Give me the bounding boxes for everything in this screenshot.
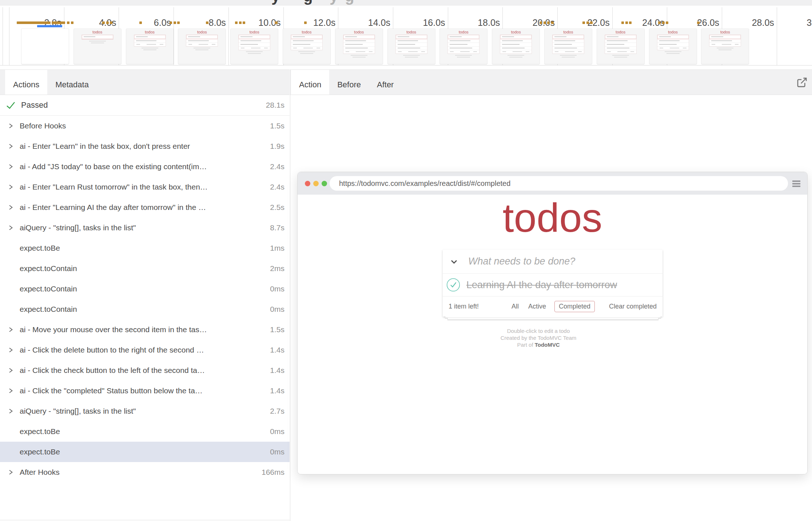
chevron-right-icon[interactable] [4, 184, 17, 190]
info-line: Part of TodoMVC [298, 341, 779, 348]
action-row[interactable]: After Hooks166ms [0, 462, 290, 482]
timeline-tick-label: 18.0s [478, 17, 500, 28]
chevron-right-icon[interactable] [4, 143, 17, 149]
action-row[interactable]: ai - Click the check button to the left … [0, 360, 290, 381]
filter-active[interactable]: Active [527, 301, 547, 312]
filmstrip-frame[interactable] [21, 29, 69, 64]
action-row[interactable]: ai - Enter "Learn" in the task box, don'… [0, 136, 290, 156]
address-bar[interactable]: https://todomvc.com/examples/react/dist/… [330, 176, 788, 191]
filmstrip-frame[interactable]: todos [597, 29, 644, 64]
toggle-all-chevron-icon[interactable] [449, 257, 459, 266]
action-row[interactable]: aiQuery - "string[], tasks in the list"2… [0, 401, 290, 421]
action-row[interactable]: ai - Add "JS today" to base on the exist… [0, 156, 290, 177]
thumb-todo-row [448, 47, 479, 50]
filmstrip-frame[interactable]: todos [649, 29, 697, 64]
chevron-right-icon[interactable] [4, 367, 17, 373]
action-row[interactable]: ai - Enter "Learn Rust tomorrow" in the … [0, 177, 290, 197]
chevron-right-icon[interactable] [4, 327, 17, 333]
action-row[interactable]: expect.toBe1ms [0, 238, 290, 258]
todo-item-row: Learning AI the day after tomorrow [443, 274, 662, 297]
action-time-marker [170, 21, 172, 24]
filmstrip-frame[interactable]: todos [178, 29, 226, 64]
zoom-window-icon[interactable] [322, 181, 327, 186]
close-window-icon[interactable] [305, 181, 310, 186]
open-external-icon[interactable] [796, 77, 808, 90]
menu-icon[interactable] [792, 180, 800, 188]
action-row[interactable]: expect.toContain0ms [0, 279, 290, 299]
thumb-info-lines [231, 51, 278, 54]
tab-action[interactable]: Action [291, 70, 329, 95]
action-label: expect.toBe [20, 448, 270, 456]
thumb-todo-row [500, 39, 532, 43]
chevron-right-icon[interactable] [4, 347, 17, 353]
thumb-todos-title: todos [74, 30, 121, 34]
action-row[interactable]: aiQuery - "string[], tasks in the list"8… [0, 218, 290, 238]
clipped-page-title: ygyg [0, 0, 812, 5]
tab-actions[interactable]: Actions [5, 70, 47, 95]
tab-metadata[interactable]: Metadata [47, 70, 97, 95]
action-time-marker [697, 21, 700, 24]
chevron-right-icon[interactable] [4, 388, 17, 394]
timeline-strip[interactable]: 2.0s4.0s6.0s8.0s10.0s12.0s14.0s16.0s18.0… [0, 5, 812, 65]
new-todo-input[interactable]: What needs to be done? [468, 256, 575, 267]
action-time-marker [67, 21, 69, 24]
filmstrip-frame[interactable]: todos [492, 29, 540, 64]
action-row[interactable]: expect.toBe0ms [0, 442, 290, 462]
action-row[interactable]: expect.toContain0ms [0, 299, 290, 319]
chevron-right-icon[interactable] [4, 225, 17, 231]
filmstrip-frame[interactable]: todos [283, 29, 330, 64]
filmstrip-frame[interactable]: todos [126, 29, 174, 64]
filter-completed[interactable]: Completed [554, 301, 595, 312]
thumb-todo-row [448, 43, 479, 47]
chevron-right-icon[interactable] [4, 204, 17, 210]
action-label: ai - Click the check button to the left … [20, 366, 270, 375]
selected-action-marker [37, 25, 62, 27]
thumb-footer [186, 43, 218, 46]
timeline-gridline [228, 7, 229, 65]
thumb-input [291, 35, 322, 39]
todo-footer: 1 item left! All Active Completed Clear … [443, 297, 662, 317]
timeline-gridline [174, 7, 174, 65]
thumb-todo-row [553, 39, 584, 43]
todos-title: todos [298, 196, 807, 240]
filmstrip-frame[interactable]: todos [388, 29, 435, 64]
thumb-todo-row [291, 39, 322, 43]
chevron-right-icon[interactable] [4, 408, 17, 414]
action-row[interactable]: ai - Click the delete button to the righ… [0, 340, 290, 360]
filmstrip-frame[interactable]: todos [545, 29, 592, 64]
action-row[interactable]: Before Hooks1.5s [0, 116, 290, 136]
timeline-tick-label: 6.0s [154, 17, 171, 28]
thumb-card [500, 35, 532, 53]
filmstrip-frame[interactable]: todos [74, 29, 121, 64]
thumb-input [186, 35, 218, 39]
action-label: After Hooks [20, 468, 262, 477]
filter-all[interactable]: All [510, 301, 520, 312]
action-label: Before Hooks [20, 122, 270, 130]
filmstrip-frame[interactable]: todos [231, 29, 278, 64]
action-row[interactable]: ai - Move your mouse over the second ite… [0, 319, 290, 340]
action-row[interactable]: expect.toBe0ms [0, 421, 290, 442]
minimize-window-icon[interactable] [313, 181, 319, 186]
thumb-todo-row [657, 39, 689, 43]
action-time-marker [52, 21, 65, 24]
chevron-right-icon[interactable] [4, 123, 17, 129]
action-row[interactable]: ai - Enter "Learning AI the day after to… [0, 197, 290, 218]
action-row[interactable]: ai - Click the "completed" Status button… [0, 381, 290, 401]
thumb-todo-row [500, 47, 532, 50]
filmstrip-frame[interactable]: todos [701, 29, 749, 64]
tab-before[interactable]: Before [329, 70, 369, 95]
action-time-marker [110, 21, 112, 24]
filmstrip-frame[interactable]: todos [440, 29, 487, 64]
thumb-todo-row [239, 43, 270, 47]
todo-completed-checkbox[interactable] [446, 278, 460, 292]
thumb-info-lines [545, 55, 592, 57]
browser-chrome: https://todomvc.com/examples/react/dist/… [298, 172, 807, 195]
action-row[interactable]: expect.toContain2ms [0, 258, 290, 279]
tab-after[interactable]: After [369, 70, 402, 95]
clear-completed-button[interactable]: Clear completed [609, 297, 657, 317]
timeline-tick-label: 24.0s [642, 17, 664, 28]
chevron-right-icon[interactable] [4, 164, 17, 170]
filmstrip-frame[interactable]: todos [335, 29, 383, 64]
action-duration: 0ms [270, 448, 284, 456]
chevron-right-icon[interactable] [4, 469, 17, 475]
